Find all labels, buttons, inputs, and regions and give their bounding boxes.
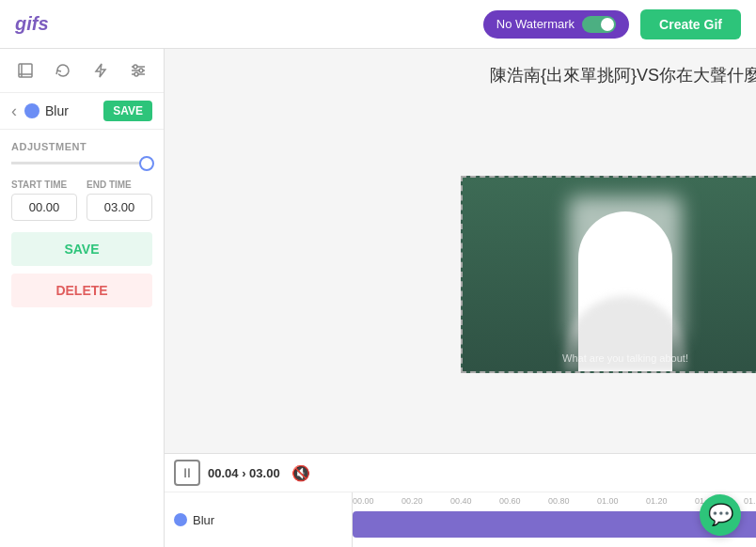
start-time-label: START TIME	[11, 180, 77, 190]
svg-rect-0	[19, 64, 32, 77]
start-time-field: START TIME	[11, 180, 77, 221]
chat-bubble-button[interactable]: 💬	[700, 494, 741, 536]
blur-tag-label: Blur	[45, 103, 69, 118]
save-small-button[interactable]: SAVE	[103, 101, 152, 121]
rotate-icon[interactable]	[53, 60, 73, 81]
ruler-mark: 00.40	[450, 496, 499, 506]
crop-icon[interactable]	[15, 60, 36, 81]
logo: gifs	[15, 13, 49, 35]
flash-icon[interactable]	[90, 60, 111, 81]
volume-button[interactable]: 🔇	[291, 464, 310, 482]
track-area	[353, 508, 756, 541]
timeline-ruler[interactable]: 00.0000.2000.4000.6000.8001.0001.2001.40…	[353, 492, 756, 547]
pause-icon: ⏸	[181, 465, 194, 480]
svg-point-8	[139, 69, 143, 72]
main-layout: ‹ Blur SAVE ADJUSTMENT START TIME	[0, 49, 756, 547]
create-gif-button[interactable]: Create Gif	[640, 9, 741, 39]
chat-icon: 💬	[708, 503, 733, 527]
ruler-mark: 01.20	[646, 496, 695, 506]
time-row: START TIME END TIME	[11, 180, 152, 221]
blur-track-dot-icon	[174, 513, 187, 526]
delete-button[interactable]: DELETE	[11, 274, 152, 307]
watermark-toggle[interactable]: No Watermark	[483, 10, 629, 39]
toggle-knob	[601, 18, 614, 31]
blur-tag: Blur	[24, 103, 103, 118]
end-time-input[interactable]	[87, 194, 152, 221]
ruler-mark: 00.60	[499, 496, 548, 506]
video-subtitle: What are you talking about!	[463, 352, 756, 364]
video-title: 陳浩南{出來單挑阿}VS你在大聲什麼	[165, 49, 756, 96]
end-time-label: END TIME	[87, 180, 152, 190]
video-area: What are you talking about!	[165, 96, 756, 453]
ruler-mark: 01.60	[744, 496, 756, 506]
blur-slider[interactable]	[11, 162, 152, 164]
playback-row: ⏸ 00.04 › 03.00 🔇	[165, 454, 756, 492]
sidebar-toolbar	[0, 49, 164, 93]
ruler-mark: 00.20	[402, 496, 450, 506]
back-button[interactable]: ‹	[11, 102, 17, 121]
header-right: No Watermark Create Gif	[483, 9, 741, 39]
svg-point-9	[134, 72, 138, 76]
toggle-switch[interactable]	[582, 16, 616, 33]
video-frame: What are you talking about!	[461, 176, 756, 373]
sidebar-content: ADJUSTMENT START TIME END TIME SAVE DELE	[0, 130, 164, 547]
blur-dot-icon	[24, 103, 39, 118]
time-display: 00.04 › 03.00	[208, 466, 280, 480]
pause-button[interactable]: ⏸	[174, 460, 200, 486]
svg-point-7	[134, 65, 137, 69]
ruler-mark: 00.00	[353, 496, 402, 506]
end-time-field: END TIME	[87, 180, 152, 221]
sidebar-nav: ‹ Blur SAVE	[0, 93, 164, 130]
ruler-mark: 01.00	[597, 496, 646, 506]
sliders-icon[interactable]	[128, 60, 149, 81]
content-area: 陳浩南{出來單挑阿}VS你在大聲什麼 What are you talking …	[165, 49, 756, 547]
blur-track-bar[interactable]	[353, 511, 756, 538]
sidebar-timeline: Blur	[165, 492, 353, 547]
svg-marker-3	[96, 64, 105, 77]
ruler-mark: 00.80	[548, 496, 597, 506]
bottom-bar: ⏸ 00.04 › 03.00 🔇 Blur 00.0000.2000.4000…	[165, 453, 756, 547]
save-button[interactable]: SAVE	[11, 232, 152, 266]
adjustment-label: ADJUSTMENT	[11, 141, 152, 152]
video-blur-person	[463, 178, 756, 371]
timeline-container: Blur 00.0000.2000.4000.6000.8001.0001.20…	[165, 492, 756, 547]
header: gifs No Watermark Create Gif	[0, 0, 756, 49]
watermark-label: No Watermark	[496, 17, 575, 31]
ruler-marks: 00.0000.2000.4000.6000.8001.0001.2001.40…	[353, 492, 756, 508]
slider-thumb[interactable]	[139, 156, 154, 171]
start-time-input[interactable]	[11, 194, 77, 221]
blur-track-label: Blur	[174, 513, 214, 527]
blur-track-text: Blur	[193, 513, 214, 527]
sidebar: ‹ Blur SAVE ADJUSTMENT START TIME	[0, 49, 165, 547]
